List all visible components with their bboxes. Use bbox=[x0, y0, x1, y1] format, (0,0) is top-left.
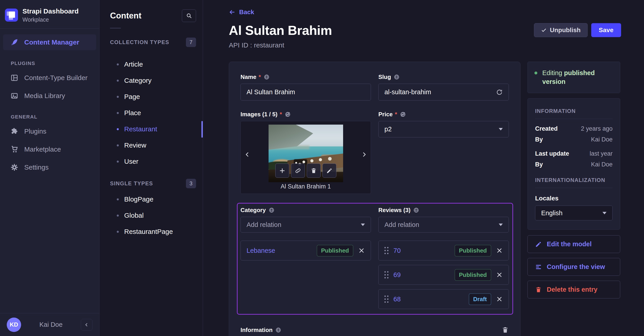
unpublish-button[interactable]: Unpublish bbox=[534, 23, 588, 37]
meta-value: Kai Doe bbox=[591, 136, 612, 143]
relation-item-lebanese: Lebanese Published bbox=[240, 241, 371, 260]
globe-strikethrough-icon bbox=[285, 111, 291, 117]
workspace-switcher[interactable]: Strapi Dashboard Workplace bbox=[0, 0, 99, 28]
collection-types-heading: COLLECTION TYPES bbox=[110, 39, 169, 45]
subnav-item-user[interactable]: User bbox=[110, 153, 196, 170]
add-relation-placeholder: Add relation bbox=[384, 221, 419, 229]
subnav-item-page[interactable]: Page bbox=[110, 89, 196, 105]
api-id: API ID : restaurant bbox=[229, 41, 332, 49]
subnav-item-category[interactable]: Category bbox=[110, 72, 196, 89]
entry-form-card: Name* Al Sultan Brahim Slug bbox=[229, 62, 520, 336]
page-title: Al Sultan Brahim bbox=[229, 23, 332, 38]
meta-row-created: Created 2 years ago bbox=[535, 125, 612, 132]
scrollbar-thumb[interactable] bbox=[202, 121, 203, 138]
action-label: Delete this entry bbox=[547, 286, 598, 293]
pencil-icon bbox=[326, 167, 332, 174]
subnav-item-restaurantpage[interactable]: RestaurantPage bbox=[110, 224, 196, 240]
close-icon[interactable] bbox=[496, 247, 503, 254]
sidebar-item-plugins[interactable]: Plugins bbox=[3, 123, 96, 139]
subnav-item-restaurant[interactable]: Restaurant bbox=[110, 121, 196, 137]
subnav-item-label: Restaurant bbox=[124, 125, 157, 133]
chevron-down-icon bbox=[602, 212, 606, 214]
drag-handle-icon[interactable] bbox=[384, 295, 388, 303]
delete-entry-button[interactable]: Delete this entry bbox=[528, 281, 620, 298]
relation-link[interactable]: 70 bbox=[394, 247, 450, 254]
subnav-item-article[interactable]: Article bbox=[110, 56, 196, 72]
subnav-item-blogpage[interactable]: BlogPage bbox=[110, 191, 196, 207]
carousel-prev-button[interactable] bbox=[243, 148, 252, 161]
locale-select[interactable]: English bbox=[535, 206, 612, 220]
images-carousel: Al Sultan Brahim 1 bbox=[240, 121, 371, 194]
subnav-item-label: BlogPage bbox=[124, 196, 153, 203]
relation-link[interactable]: Lebanese bbox=[246, 247, 312, 254]
meta-row-created-by: By Kai Doe bbox=[535, 136, 612, 143]
cart-icon bbox=[10, 145, 18, 153]
drag-handle-icon[interactable] bbox=[384, 271, 388, 279]
avatar[interactable]: KD bbox=[7, 317, 21, 332]
status-badge: Published bbox=[455, 245, 491, 256]
meta-label: By bbox=[535, 161, 543, 168]
price-value: p2 bbox=[384, 125, 392, 133]
layout-lines-icon bbox=[535, 264, 542, 270]
image-caption: Al Sultan Brahim 1 bbox=[241, 183, 371, 190]
configure-view-button[interactable]: Configure the view bbox=[528, 258, 620, 276]
bullet-icon bbox=[117, 144, 119, 146]
sidebar-item-settings[interactable]: Settings bbox=[3, 159, 96, 175]
carousel-next-button[interactable] bbox=[360, 148, 368, 161]
content-subnav: Content COLLECTION TYPES 7 Article Categ… bbox=[100, 0, 203, 336]
globe-icon bbox=[394, 74, 400, 80]
subnav-item-review[interactable]: Review bbox=[110, 137, 196, 153]
collapse-sidebar-button[interactable] bbox=[81, 319, 92, 330]
user-row: KD Kai Doe bbox=[0, 313, 99, 336]
published-dot-icon bbox=[534, 72, 537, 74]
close-icon[interactable] bbox=[496, 271, 503, 278]
trash-icon bbox=[535, 286, 542, 293]
version-status-card: Editing published version bbox=[528, 62, 620, 93]
reviews-label: Reviews (3) bbox=[378, 207, 410, 214]
relation-link[interactable]: 69 bbox=[394, 271, 450, 279]
drag-handle-icon[interactable] bbox=[384, 246, 388, 255]
edit-image-button[interactable] bbox=[322, 163, 336, 178]
globe-icon bbox=[268, 207, 274, 213]
delete-component-button[interactable] bbox=[502, 326, 509, 333]
back-link[interactable]: Back bbox=[229, 9, 254, 16]
close-icon[interactable] bbox=[496, 296, 503, 302]
unpublish-label: Unpublish bbox=[550, 27, 581, 34]
add-image-button[interactable] bbox=[275, 163, 289, 178]
subnav-item-global[interactable]: Global bbox=[110, 207, 196, 224]
meta-value: 2 years ago bbox=[581, 125, 612, 132]
slug-input[interactable]: al-sultan-brahim bbox=[378, 84, 509, 101]
main-nav: Strapi Dashboard Workplace Content Manag… bbox=[0, 0, 100, 336]
sidebar-item-label: Media Library bbox=[24, 92, 65, 100]
divider bbox=[535, 119, 612, 119]
copy-link-button[interactable] bbox=[291, 163, 305, 178]
sidebar-item-marketplace[interactable]: Marketplace bbox=[3, 141, 96, 157]
relation-link[interactable]: 68 bbox=[394, 295, 464, 303]
back-label: Back bbox=[239, 9, 254, 16]
required-mark: * bbox=[395, 111, 397, 118]
subnav-item-place[interactable]: Place bbox=[110, 105, 196, 121]
globe-icon bbox=[264, 74, 270, 80]
search-button[interactable] bbox=[182, 10, 196, 22]
save-button[interactable]: Save bbox=[591, 23, 621, 37]
reviews-add-relation-select[interactable]: Add relation bbox=[378, 217, 509, 233]
user-name: Kai Doe bbox=[21, 321, 81, 328]
price-select[interactable]: p2 bbox=[378, 121, 509, 137]
close-icon[interactable] bbox=[358, 247, 365, 254]
locale-value: English bbox=[541, 209, 562, 217]
sidebar-item-content-type-builder[interactable]: Content-Type Builder bbox=[3, 70, 96, 86]
meta-row-updated-by: By Kai Doe bbox=[535, 161, 612, 168]
sidebar-item-media-library[interactable]: Media Library bbox=[3, 88, 96, 104]
bullet-icon bbox=[117, 112, 119, 114]
category-add-relation-select[interactable]: Add relation bbox=[240, 217, 371, 233]
delete-image-button[interactable] bbox=[307, 163, 321, 178]
regenerate-icon[interactable] bbox=[496, 89, 503, 96]
sidebar-item-content-manager[interactable]: Content Manager bbox=[3, 34, 96, 50]
link-icon bbox=[295, 167, 301, 174]
name-input[interactable]: Al Sultan Brahim bbox=[240, 84, 371, 101]
bullet-icon bbox=[117, 198, 119, 200]
globe-icon bbox=[413, 207, 419, 213]
edit-model-button[interactable]: Edit the model bbox=[528, 235, 620, 253]
bullet-icon bbox=[117, 80, 119, 82]
subnav-item-label: Place bbox=[124, 109, 141, 117]
